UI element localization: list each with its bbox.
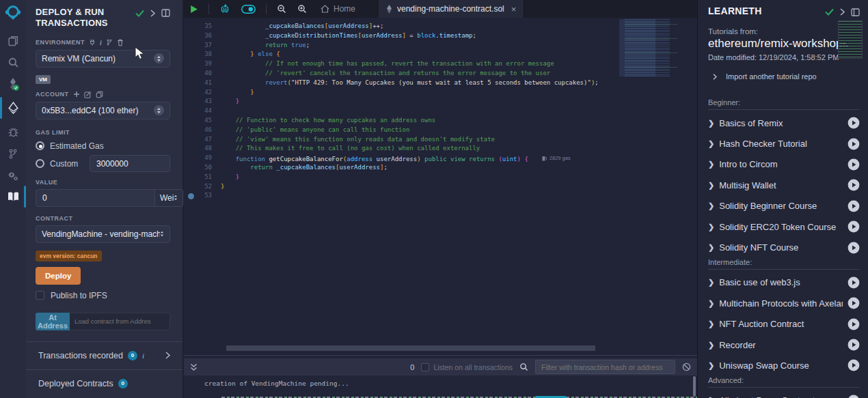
publish-ipfs-checkbox[interactable] (36, 291, 44, 300)
fork-env-icon[interactable] (106, 39, 113, 46)
deployed-contracts-section[interactable]: Deployed Contracts 0 (26, 369, 182, 397)
code-line[interactable]: 49function getCupcakeBalanceFor(address … (184, 154, 697, 163)
play-tutorial-button[interactable] (847, 179, 860, 191)
line-number[interactable]: 52 (184, 182, 212, 192)
deploy-and-run-icon[interactable] (0, 98, 26, 118)
tutorial-item[interactable]: ❯Solidity Beginner Course (708, 196, 860, 216)
tutorial-item[interactable]: ❯Recorder (708, 335, 860, 355)
home-tab[interactable]: Home (312, 4, 364, 14)
value-input[interactable] (36, 189, 155, 207)
play-tutorial-button[interactable] (847, 117, 860, 129)
at-address-button[interactable]: At Address (36, 313, 70, 330)
terminal-filter-input[interactable] (535, 360, 675, 374)
file-explorer-icon[interactable] (0, 30, 26, 51)
play-tutorial-button[interactable] (847, 138, 860, 150)
listen-all-row[interactable]: Listen on all transactions (421, 363, 513, 371)
play-tutorial-button[interactable] (847, 200, 860, 212)
estimated-gas-radio-row[interactable]: Estimated Gas (36, 139, 170, 153)
code-line[interactable]: 47// 'view' means this function only rea… (184, 135, 697, 145)
line-number[interactable]: 49 (184, 154, 212, 163)
line-number[interactable]: 40 (184, 69, 212, 79)
line-number[interactable]: 39 (184, 59, 212, 69)
env-info-icon[interactable]: i (100, 39, 102, 46)
clear-terminal-icon[interactable] (682, 363, 691, 371)
tutorial-item[interactable]: ❯Solidity ERC20 Token Course (708, 216, 860, 237)
ai-assistant-icon[interactable] (214, 0, 236, 18)
tutorial-item[interactable]: ❯Solidity NFT Course (708, 237, 860, 257)
code-line[interactable]: 48// This makes it free to call (no gas … (184, 144, 697, 154)
terminal-search-icon[interactable] (519, 363, 528, 371)
tutorial-item[interactable]: ❯Multisig Wallet (708, 175, 860, 195)
zoom-in-icon[interactable] (292, 0, 312, 18)
line-number[interactable]: 42 (184, 88, 212, 98)
editor-minimap[interactable] (619, 19, 686, 76)
breakpoint-marker[interactable] (188, 193, 194, 199)
code-line[interactable]: 53 (184, 191, 697, 201)
tutorial-item[interactable]: ❯NFT Auction Contract (708, 314, 860, 335)
editor-hscrollbar[interactable] (226, 345, 595, 351)
panel-expand-icon[interactable] (150, 10, 155, 17)
code-line[interactable]: 44 (184, 106, 697, 116)
publish-ipfs-row[interactable]: Publish to IPFS (36, 291, 170, 300)
play-tutorial-button[interactable] (847, 297, 860, 309)
panel-pin-icon[interactable] (161, 9, 170, 17)
add-account-icon[interactable] (73, 91, 80, 98)
line-number[interactable]: 45 (184, 116, 212, 126)
code-line[interactable]: 42} (184, 88, 697, 98)
copy-address-icon[interactable] (96, 91, 103, 98)
line-number[interactable]: 35 (184, 22, 212, 31)
copilot-toggle[interactable] (236, 0, 261, 18)
line-number[interactable]: 50 (184, 163, 212, 173)
terminal-collapse-icon[interactable] (190, 363, 198, 371)
learneth-pin-icon[interactable] (851, 8, 860, 16)
play-tutorial-button[interactable] (847, 395, 860, 398)
run-script-button[interactable] (184, 0, 204, 18)
import-repo-row[interactable]: Import another tutorial repo (713, 72, 860, 81)
custom-gas-radio-row[interactable]: Custom (36, 157, 170, 171)
code-line[interactable]: 51} (184, 173, 697, 182)
environment-select[interactable]: Remix VM (Cancun) (36, 50, 170, 68)
terminal-scrollbar[interactable] (693, 376, 696, 397)
tutorial-item[interactable]: ❯Intro to Circom (708, 154, 860, 175)
debugger-icon[interactable] (0, 122, 26, 142)
play-tutorial-button[interactable] (847, 359, 860, 371)
play-tutorial-button[interactable] (847, 318, 860, 330)
code-line[interactable]: 41revert("HTTP 429: Too Many Cupcakes (y… (184, 79, 697, 88)
line-number[interactable]: 46 (184, 126, 212, 135)
at-address-input[interactable] (70, 313, 170, 330)
estimated-gas-radio[interactable] (36, 141, 44, 150)
play-tutorial-button[interactable] (847, 339, 860, 351)
learneth-plugin-icon[interactable] (0, 186, 26, 207)
contract-select[interactable]: VendingMachine - vending-machin (36, 225, 170, 243)
play-tutorial-button[interactable] (847, 158, 860, 171)
line-number[interactable]: 47 (184, 135, 212, 145)
zoom-out-icon[interactable] (271, 0, 292, 18)
line-number[interactable]: 51 (184, 173, 212, 182)
tutorial-item[interactable]: ❯Uniswap Swap Course (708, 355, 860, 375)
account-select[interactable]: 0x5B3...eddC4 (100 ether) (36, 102, 170, 119)
listen-all-checkbox[interactable] (421, 363, 429, 371)
line-number[interactable]: 37 (184, 41, 212, 51)
line-number[interactable]: 38 (184, 50, 212, 59)
transactions-recorded-section[interactable]: Transactions recorded 0 i (26, 341, 182, 369)
transactions-expand-icon[interactable] (165, 352, 170, 359)
plug-icon[interactable] (89, 39, 96, 46)
code-editor[interactable]: 35_cupcakeBalances[userAddress]++;36_cup… (184, 18, 697, 345)
play-tutorial-button[interactable] (847, 221, 860, 233)
line-number[interactable]: 41 (184, 79, 212, 88)
line-number[interactable]: 36 (184, 31, 212, 41)
value-unit-select[interactable]: Wei (155, 189, 183, 207)
tutorial-item[interactable]: ❯Basics of Remix (708, 113, 860, 133)
tutorial-item[interactable]: ❯Multichain Protocols with Axelar (708, 293, 860, 313)
play-tutorial-button[interactable] (847, 242, 860, 254)
git-icon[interactable] (0, 143, 26, 164)
custom-gas-radio[interactable] (36, 159, 44, 168)
close-tab-icon[interactable]: × (511, 4, 517, 14)
code-line[interactable]: 43} (184, 97, 697, 106)
tutorial-item[interactable]: ❯All about Proxy Contracts (708, 390, 860, 398)
trash-icon[interactable] (117, 39, 124, 46)
line-number[interactable]: 44 (184, 106, 212, 116)
play-tutorial-button[interactable] (847, 276, 860, 289)
transactions-info-icon[interactable]: i (142, 352, 144, 360)
tutorial-item[interactable]: ❯Basic use of web3.js (708, 272, 860, 293)
